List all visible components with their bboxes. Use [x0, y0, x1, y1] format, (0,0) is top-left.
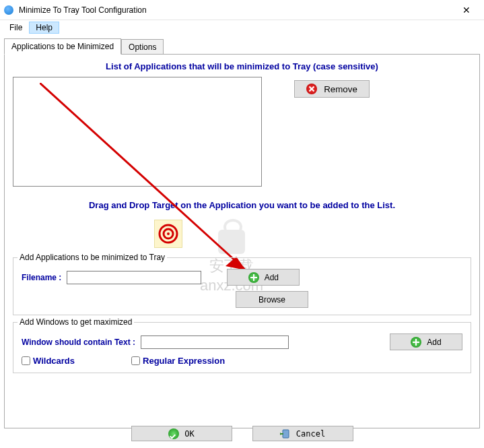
dialog-buttons: OK Cancel — [0, 422, 484, 445]
group-add-window-legend: Add Windows to get maximized — [18, 317, 134, 327]
drag-target[interactable] — [154, 220, 182, 248]
regex-label[interactable]: Regular Expression — [143, 356, 225, 366]
ok-icon — [168, 428, 179, 439]
filename-input[interactable] — [67, 271, 201, 284]
svg-rect-5 — [283, 430, 289, 438]
drag-hint: Drag and Drop Target on the Application … — [13, 200, 471, 210]
target-icon — [158, 224, 178, 244]
remove-button[interactable]: Remove — [294, 80, 370, 98]
svg-point-2 — [167, 232, 170, 235]
tab-options[interactable]: Options — [121, 39, 164, 55]
tab-applications[interactable]: Applications to be Minimized — [4, 38, 121, 55]
menu-bar: File Help — [0, 20, 484, 35]
ok-button[interactable]: OK — [131, 426, 232, 441]
remove-button-label: Remove — [324, 84, 357, 94]
window-text-label: Window should contain Text : — [22, 338, 135, 347]
menu-help[interactable]: Help — [29, 22, 59, 34]
regex-checkbox[interactable] — [131, 356, 140, 365]
applications-listbox[interactable] — [13, 77, 262, 187]
browse-button[interactable]: Browse — [236, 291, 308, 308]
wildcards-label[interactable]: Wildcards — [33, 356, 75, 366]
title-bar: Minimize To Tray Tool Configuration ✕ — [0, 0, 484, 20]
add-application-button[interactable]: Add — [227, 269, 300, 286]
cancel-button[interactable]: Cancel — [252, 426, 353, 441]
add-icon — [411, 337, 421, 348]
add-window-button[interactable]: Add — [390, 333, 462, 350]
list-heading: List of Applications that will be minimi… — [13, 61, 471, 71]
filename-label: Filename : — [22, 273, 61, 282]
remove-icon — [306, 84, 317, 94]
window-title: Minimize To Tray Tool Configuration — [19, 5, 453, 15]
tab-strip: Applications to be Minimized Options — [4, 38, 480, 54]
cancel-icon — [280, 428, 291, 439]
close-button[interactable]: ✕ — [453, 1, 480, 20]
app-icon — [4, 5, 13, 15]
wildcards-checkbox[interactable] — [22, 356, 30, 365]
window-text-input[interactable] — [141, 335, 289, 349]
menu-file[interactable]: File — [3, 22, 29, 34]
lock-icon — [218, 230, 245, 254]
group-add-window: Add Windows to get maximized Window shou… — [13, 322, 471, 373]
tab-content: List of Applications that will be minimi… — [4, 54, 480, 428]
group-add-application: Add Applications to be minimized to Tray… — [13, 257, 471, 315]
add-icon — [248, 272, 259, 283]
group-add-application-legend: Add Applications to be minimized to Tray — [18, 253, 167, 262]
